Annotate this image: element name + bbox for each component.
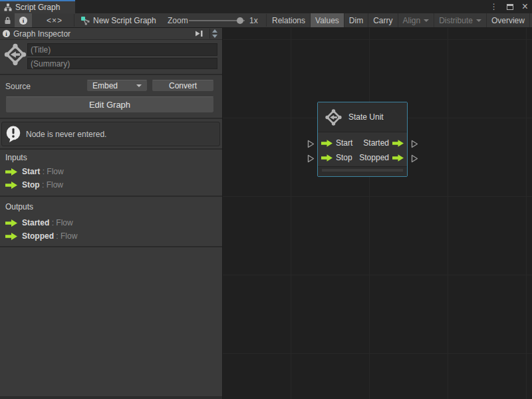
node-input-label: Stop — [336, 153, 352, 162]
inspector-toggle-button[interactable]: i — [15, 13, 32, 27]
graph-breadcrumb[interactable]: New Script Graph — [93, 13, 156, 27]
source-dropdown-value: Embed — [92, 81, 118, 90]
node-output-label: Started — [363, 138, 389, 148]
zoom-label: Zoom — [168, 13, 188, 27]
source-label-text: Source — [5, 82, 31, 91]
dock-icon[interactable] — [195, 30, 203, 37]
port-name: Stop — [22, 180, 40, 190]
lock-button[interactable] — [1, 13, 13, 27]
source-dropdown[interactable]: Embed — [86, 80, 148, 92]
transition-port-icon[interactable] — [411, 140, 418, 148]
section-divider — [0, 196, 222, 197]
align-button[interactable]: Align — [398, 13, 435, 27]
node-header[interactable]: State Unit — [318, 102, 407, 132]
port-name: Started — [22, 218, 49, 227]
transition-port-icon[interactable] — [307, 140, 315, 148]
transition-port-icon[interactable] — [411, 154, 418, 163]
overview-label: Overview — [491, 16, 525, 25]
graph-summary-field[interactable] — [27, 58, 217, 69]
port-type: : Flow — [42, 180, 63, 190]
flow-out-icon[interactable] — [392, 154, 404, 162]
node-footer-bar — [322, 169, 403, 172]
port-name: Stopped — [22, 231, 54, 241]
window-menu-icon[interactable]: ⋮ — [490, 2, 498, 11]
inputs-header-text: Inputs — [5, 153, 27, 162]
output-port-row: Started : Flow — [5, 217, 73, 229]
carry-button[interactable]: Carry — [368, 13, 398, 27]
convert-button-label: Convert — [169, 81, 197, 90]
input-port-row: Stop : Flow — [5, 179, 63, 191]
zoom-label-text: Zoom — [168, 16, 188, 25]
values-label: Values — [315, 16, 339, 25]
tab-script-graph[interactable]: Script Graph — [0, 0, 75, 13]
section-divider — [0, 148, 222, 150]
edit-graph-button-label: Edit Graph — [89, 100, 130, 110]
node-output-label: Stopped — [359, 153, 389, 162]
outputs-header: Outputs — [5, 202, 33, 211]
node-footer — [318, 166, 407, 176]
port-name: Start — [22, 167, 40, 176]
flow-out-icon[interactable] — [392, 140, 404, 147]
hierarchy-icon — [4, 3, 12, 11]
chevron-down-icon — [424, 19, 429, 22]
flow-in-icon[interactable] — [321, 154, 332, 162]
port-type: : Flow — [43, 167, 64, 176]
node-input-label: Start — [336, 138, 352, 148]
graph-canvas[interactable]: State Unit Start Started Stop Stopped — [223, 28, 532, 399]
section-divider — [0, 118, 222, 119]
port-type: : Flow — [52, 218, 73, 227]
overview-button[interactable]: Overview — [487, 13, 530, 27]
panel-scroll-spinner[interactable] — [209, 29, 219, 39]
node-port-row: Stop Stopped — [321, 150, 404, 165]
flow-in-icon[interactable] — [321, 140, 332, 147]
transition-port-icon[interactable] — [307, 154, 315, 163]
relations-button[interactable]: Relations — [267, 13, 311, 27]
graph-title-field[interactable] — [27, 43, 217, 56]
inputs-header: Inputs — [5, 153, 27, 162]
chevron-down-icon — [476, 19, 481, 22]
graph-breadcrumb-label: New Script Graph — [93, 16, 156, 25]
warning-bubble-icon — [5, 125, 22, 143]
graph-icon — [80, 16, 90, 25]
values-button[interactable]: Values — [311, 13, 344, 27]
flow-arrow-icon — [5, 168, 17, 176]
warning-box: Node is never entered. — [1, 122, 220, 146]
tab-title: Script Graph — [15, 3, 60, 12]
distribute-label: Distribute — [439, 16, 473, 25]
node-port-row: Start Started — [321, 136, 404, 150]
state-unit-node[interactable]: State Unit Start Started Stop Stopped — [317, 102, 408, 177]
zoom-slider[interactable] — [189, 20, 245, 21]
toolbar-divider — [266, 14, 267, 27]
flow-arrow-icon — [5, 219, 17, 227]
edit-graph-button[interactable]: Edit Graph — [5, 96, 214, 113]
lock-icon — [4, 17, 11, 25]
info-icon: i — [19, 17, 27, 25]
zoom-value: 1x — [249, 13, 258, 27]
section-divider — [0, 246, 222, 247]
zoom-slider-thumb[interactable] — [237, 17, 243, 24]
source-label: Source — [5, 82, 31, 91]
panel-bottom-strip — [0, 396, 222, 399]
code-icon: <×> — [47, 16, 63, 25]
distribute-button[interactable]: Distribute — [434, 13, 487, 27]
relations-label: Relations — [272, 16, 305, 25]
convert-button[interactable]: Convert — [152, 80, 214, 92]
output-port-row: Stopped : Flow — [5, 230, 77, 242]
window-titlebar: Script Graph ⋮ × — [0, 0, 532, 13]
port-type: : Flow — [56, 231, 77, 241]
zoom-value-text: 1x — [249, 16, 258, 25]
window-controls: ⋮ × — [490, 0, 528, 13]
flow-arrow-icon — [5, 182, 17, 189]
code-preview-button[interactable]: <×> — [39, 13, 70, 27]
graph-breadcrumb-icon-wrap — [80, 13, 90, 27]
window-close-icon[interactable]: × — [522, 3, 528, 10]
dim-button[interactable]: Dim — [344, 13, 368, 27]
scroll-down-icon[interactable] — [212, 35, 217, 38]
toolbar-toggle-group: Relations Values Dim Carry Align Distrib… — [267, 13, 532, 27]
window-maximize-icon[interactable] — [507, 4, 513, 10]
node-title: State Unit — [348, 112, 384, 122]
graph-toolbar: i <×> New Script Graph Zoom 1x Relations… — [0, 13, 532, 28]
scroll-up-icon[interactable] — [212, 29, 217, 33]
info-icon: i — [3, 30, 10, 37]
chevron-down-icon — [136, 84, 142, 87]
